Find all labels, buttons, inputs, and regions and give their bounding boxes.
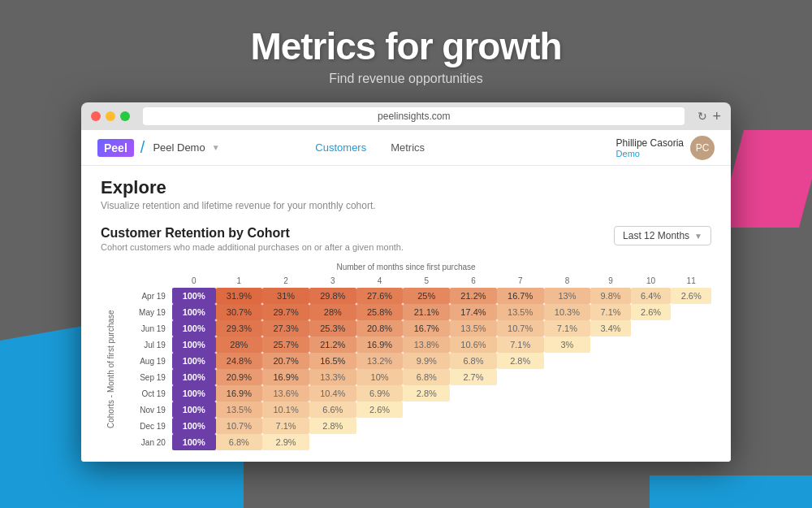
table-row: May 19100%30.7%29.7%28%25.8%21.1%17.4%13… — [101, 304, 711, 320]
cohort-cell — [590, 402, 631, 418]
table-row: Dec 19100%10.7%7.1%2.8% — [101, 418, 711, 434]
cohort-cell: 100% — [172, 369, 216, 385]
app-name-dropdown-icon[interactable]: ▼ — [212, 143, 220, 152]
cohort-cell: 25% — [403, 288, 450, 304]
cohort-table: Number of months since first purchase012… — [101, 260, 711, 450]
cohort-cell: 17.4% — [450, 304, 497, 320]
col-header-11: 11 — [671, 274, 711, 288]
cohort-cell: 16.9% — [356, 336, 404, 353]
cohort-cell: 10.4% — [309, 385, 356, 402]
cohort-table-wrapper: Number of months since first purchase012… — [101, 260, 711, 450]
cohort-cell — [497, 369, 544, 385]
cohort-cell — [497, 402, 544, 418]
cohort-cell — [590, 336, 631, 353]
explore-section: Explore Visualize retention and lifetime… — [81, 166, 731, 218]
cohort-cell: 13% — [544, 288, 591, 304]
cohort-row-label: May 19 — [121, 304, 172, 320]
col-header-4: 4 — [356, 274, 404, 288]
cohort-cell — [590, 418, 631, 434]
cohort-cell: 3% — [544, 336, 591, 353]
user-name: Phillipe Casoria — [616, 137, 684, 149]
page-heading: Metrics for growth — [0, 24, 812, 68]
cohort-cell — [671, 336, 711, 353]
cohort-cell: 6.8% — [403, 369, 450, 385]
cohort-cell — [403, 434, 450, 450]
cohort-cell: 20.9% — [216, 369, 263, 385]
cohort-cell: 30.7% — [216, 304, 263, 320]
col-header-6: 6 — [450, 274, 497, 288]
cohort-cell: 25.8% — [356, 304, 404, 320]
cohort-row-label: Sep 19 — [121, 369, 172, 385]
cohort-row-label: Jun 19 — [121, 320, 172, 336]
cohort-cell: 2.9% — [262, 434, 309, 450]
cohort-cell — [450, 385, 497, 402]
cohort-cell — [450, 402, 497, 418]
cohort-cell — [590, 385, 631, 402]
cohort-cell — [631, 402, 672, 418]
cohort-cell: 2.7% — [450, 369, 497, 385]
cohort-cell: 13.5% — [450, 320, 497, 336]
cohort-cell: 25.3% — [309, 320, 356, 336]
cohort-cell — [497, 385, 544, 402]
cohort-cell: 31.9% — [216, 288, 263, 304]
cohort-cell: 29.3% — [216, 320, 263, 336]
table-row: Aug 19100%24.8%20.7%16.5%13.2%9.9%6.8%2.… — [101, 353, 711, 369]
cohort-cell — [631, 336, 672, 353]
cohort-row-label: Oct 19 — [121, 385, 172, 402]
x-axis-label: Number of months since first purchase — [101, 260, 711, 274]
cohort-cell: 6.8% — [216, 434, 263, 450]
cohort-cell: 3.4% — [590, 320, 631, 336]
cohort-cell — [631, 434, 672, 450]
cohort-cell: 16.5% — [309, 353, 356, 369]
cohort-cell: 24.8% — [216, 353, 263, 369]
url-bar[interactable]: peelinsights.com — [143, 107, 685, 125]
cohort-cell — [356, 434, 404, 450]
y-axis-label: Cohorts - Month of first purchase — [101, 288, 121, 450]
browser-window: peelinsights.com ↻ + Peel / Peel Demo ▼ … — [81, 102, 731, 462]
cohort-cell: 2.8% — [309, 418, 356, 434]
cohort-cell — [309, 434, 356, 450]
nav-metrics[interactable]: Metrics — [391, 141, 425, 154]
bg-decoration-blue3 — [650, 475, 812, 508]
chart-container: Customer Retention by Cohort Cohort cust… — [81, 218, 731, 462]
col-header-3: 3 — [309, 274, 356, 288]
close-button[interactable] — [91, 111, 101, 121]
cohort-cell: 9.9% — [403, 353, 450, 369]
cohort-cell — [450, 434, 497, 450]
app-name: Peel Demo — [153, 141, 205, 154]
cohort-cell: 21.2% — [309, 336, 356, 353]
cohort-cell: 100% — [172, 385, 216, 402]
cohort-cell — [590, 369, 631, 385]
nav-customers[interactable]: Customers — [315, 141, 366, 154]
table-row: Jun 19100%29.3%27.3%25.3%20.8%16.7%13.5%… — [101, 320, 711, 336]
cohort-cell — [544, 385, 591, 402]
cohort-cell: 13.8% — [403, 336, 450, 353]
table-row: Jul 19100%28%25.7%21.2%16.9%13.8%10.6%7.… — [101, 336, 711, 353]
new-tab-icon[interactable]: + — [712, 108, 721, 125]
cohort-cell: 28% — [216, 336, 263, 353]
cohort-cell: 6.6% — [309, 402, 356, 418]
cohort-cell: 27.3% — [262, 320, 309, 336]
minimize-button[interactable] — [106, 111, 115, 121]
cohort-cell — [590, 434, 631, 450]
fullscreen-button[interactable] — [120, 111, 130, 121]
cohort-cell: 6.9% — [356, 385, 404, 402]
cohort-cell: 25.7% — [262, 336, 309, 353]
chart-filter-dropdown[interactable]: Last 12 Months ▼ — [614, 226, 711, 245]
user-area: Phillipe Casoria Demo PC — [616, 136, 715, 160]
cohort-cell: 6.4% — [631, 288, 672, 304]
cohort-cell: 10.6% — [450, 336, 497, 353]
cohort-cell: 16.7% — [497, 288, 544, 304]
col-header-0: 0 — [172, 274, 216, 288]
cohort-cell — [671, 369, 711, 385]
cohort-cell: 100% — [172, 304, 216, 320]
reload-icon[interactable]: ↻ — [698, 110, 707, 123]
cohort-cell: 13.6% — [262, 385, 309, 402]
page-subheading: Find revenue opportunities — [0, 72, 812, 86]
cohort-cell — [631, 418, 672, 434]
title-area: Metrics for growth Find revenue opportun… — [0, 0, 812, 102]
cohort-cell — [671, 418, 711, 434]
app-header: Peel / Peel Demo ▼ Customers Metrics Phi… — [81, 130, 731, 166]
cohort-cell: 20.7% — [262, 353, 309, 369]
cohort-row-label: Nov 19 — [121, 402, 172, 418]
